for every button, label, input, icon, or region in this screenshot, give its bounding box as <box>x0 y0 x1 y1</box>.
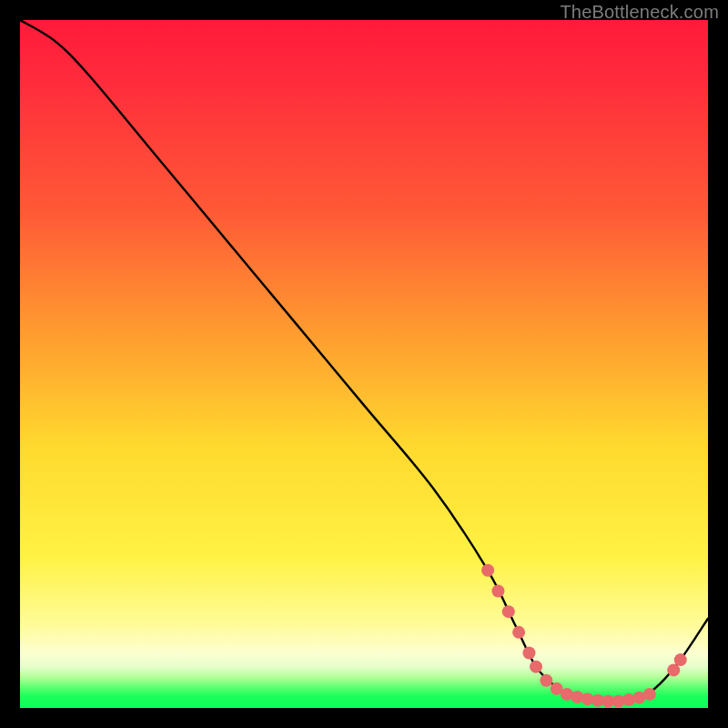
plot-area <box>20 20 708 708</box>
data-marker <box>481 564 494 577</box>
chart-frame: TheBottleneck.com <box>0 0 728 728</box>
curve-line <box>20 20 708 701</box>
data-marker <box>674 653 687 666</box>
data-marker <box>512 626 525 639</box>
data-marker <box>643 688 656 701</box>
data-marker <box>530 661 542 673</box>
data-marker <box>522 647 535 660</box>
data-marker <box>491 584 504 597</box>
data-marker <box>502 605 515 618</box>
chart-svg <box>20 20 708 708</box>
curve-markers <box>481 564 687 708</box>
data-marker <box>540 674 552 687</box>
